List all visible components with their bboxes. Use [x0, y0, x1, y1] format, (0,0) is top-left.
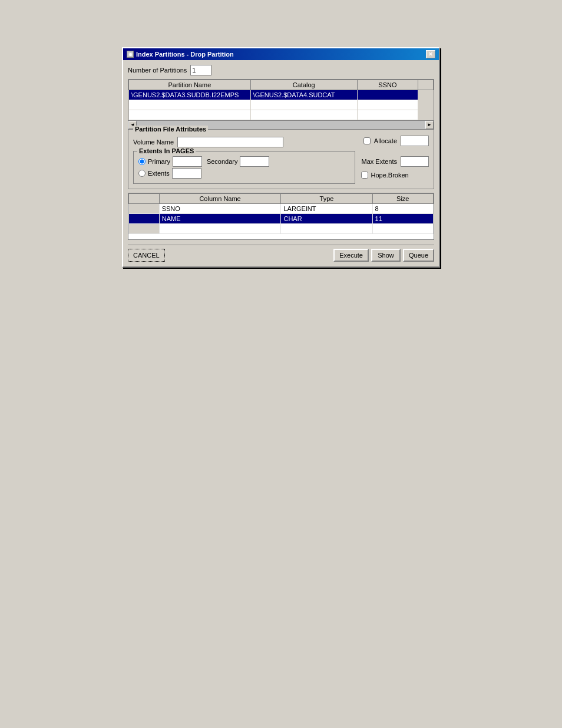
- num-partitions-label: Number of Partitions: [128, 67, 187, 74]
- partition-empty-cat-2: [250, 110, 357, 120]
- extents-input[interactable]: [172, 168, 201, 179]
- partition-empty-name-1: [129, 100, 251, 110]
- primary-radio[interactable]: [138, 158, 146, 165]
- partition-file-attributes-legend: Partition File Attributes: [133, 126, 208, 133]
- partition-ssno-cell: [357, 90, 418, 100]
- column-table-row[interactable]: SSNO LARGEINT 8: [129, 204, 434, 214]
- primary-input[interactable]: [173, 156, 202, 167]
- col-empty-ind-1: [129, 224, 160, 234]
- hope-broken-row: Hope.Broken: [361, 172, 429, 179]
- partition-empty-row-2: [129, 110, 434, 120]
- partition-file-attributes-group: Partition File Attributes Volume Name Al…: [128, 129, 434, 189]
- title-bar: ⊞ Index Partitions - Drop Partition ✕: [123, 48, 439, 60]
- column-table: Column Name Type Size SSNO LARGEINT 8 NA: [128, 193, 434, 234]
- partition-empty-cat-1: [250, 100, 357, 110]
- column-table-row-selected[interactable]: NAME CHAR 11: [129, 214, 434, 224]
- col-size-name: 11: [372, 214, 433, 224]
- title-bar-content: ⊞ Index Partitions - Drop Partition: [127, 51, 234, 58]
- max-extents-row: Max Extents: [361, 156, 429, 167]
- partition-catalog-cell: \GENUS2.$DATA4.SUDCAT: [250, 90, 357, 100]
- partition-col-name-header: Partition Name: [129, 80, 251, 90]
- window-body: Number of Partitions Partition Name Cata…: [123, 60, 439, 266]
- col-indicator-1: [129, 204, 160, 214]
- execute-button[interactable]: Execute: [333, 249, 369, 262]
- col-empty-type-1: [281, 224, 372, 234]
- secondary-input[interactable]: [240, 156, 269, 167]
- queue-button[interactable]: Queue: [403, 249, 434, 262]
- partition-empty-ssno-2: [357, 110, 418, 120]
- hope-broken-label: Hope.Broken: [371, 172, 408, 179]
- divider: [128, 245, 434, 245]
- col-name-header: Column Name: [159, 194, 281, 204]
- partition-table-container: Partition Name Catalog SSNO \GENUS2.$DAT…: [128, 79, 434, 129]
- col-indicator-header: [129, 194, 160, 204]
- column-table-container: Column Name Type Size SSNO LARGEINT 8 NA: [128, 193, 434, 240]
- num-partitions-input[interactable]: [190, 65, 211, 75]
- primary-label: Primary: [148, 158, 170, 165]
- col-type-name: CHAR: [281, 214, 372, 224]
- secondary-label: Secondary: [207, 158, 238, 165]
- close-button[interactable]: ✕: [426, 50, 435, 58]
- partition-table: Partition Name Catalog SSNO \GENUS2.$DAT…: [128, 80, 434, 120]
- extents-content: Primary Secondary Extents: [138, 154, 350, 179]
- partition-empty-ssno-1: [357, 100, 418, 110]
- col-empty-name-1: [159, 224, 281, 234]
- main-window: ⊞ Index Partitions - Drop Partition ✕ Nu…: [122, 47, 440, 268]
- col-name-ssno: SSNO: [159, 204, 281, 214]
- extents-radio[interactable]: [138, 170, 146, 177]
- col-size-header: Size: [372, 194, 433, 204]
- max-extents-input[interactable]: [401, 156, 429, 167]
- partition-empty-scroll-2: [418, 110, 434, 120]
- partition-col-scroll-header: [418, 80, 434, 90]
- partition-empty-row-1: [129, 100, 434, 110]
- col-indicator-2: [129, 214, 160, 224]
- extents-legend: Extents In PAGES: [137, 147, 196, 154]
- allocate-checkbox[interactable]: [363, 137, 371, 144]
- volume-name-label: Volume Name: [133, 139, 174, 146]
- partition-file-attributes-content: Volume Name Allocate Extents In PAG: [133, 133, 429, 184]
- extents-label: Extents: [148, 170, 170, 177]
- partition-name-cell: \GENUS2.$DATA3.SUDDB.I22EMPS: [129, 90, 251, 100]
- column-empty-row-1: [129, 224, 434, 234]
- extents-group: Extents In PAGES Primary Secondary: [133, 151, 355, 184]
- button-row: CANCEL Execute Show Queue: [128, 249, 434, 262]
- right-attributes: Max Extents Hope.Broken: [361, 151, 429, 184]
- hope-broken-checkbox[interactable]: [361, 172, 368, 179]
- window-title: Index Partitions - Drop Partition: [136, 51, 234, 58]
- col-type-ssno: LARGEINT: [281, 204, 372, 214]
- right-buttons: Execute Show Queue: [333, 249, 434, 262]
- partition-scroll-cell: [418, 90, 434, 100]
- scroll-right-arrow[interactable]: ►: [425, 121, 434, 129]
- allocate-input[interactable]: [401, 136, 429, 146]
- partition-table-row[interactable]: \GENUS2.$DATA3.SUDDB.I22EMPS \GENUS2.$DA…: [129, 90, 434, 100]
- partition-col-ssno-header: SSNO: [357, 80, 418, 90]
- max-extents-label: Max Extents: [361, 158, 397, 165]
- col-size-ssno: 8: [372, 204, 433, 214]
- primary-row: Primary Secondary: [138, 156, 350, 167]
- window-icon: ⊞: [127, 51, 134, 58]
- extents-section: Extents In PAGES Primary Secondary: [133, 151, 429, 184]
- col-empty-size-1: [372, 224, 433, 234]
- volume-name-row: Volume Name Allocate: [133, 136, 429, 149]
- partition-empty-name-2: [129, 110, 251, 120]
- partition-empty-scroll-1: [418, 100, 434, 110]
- col-type-header: Type: [281, 194, 372, 204]
- extents-radio-row: Extents: [138, 168, 350, 179]
- num-partitions-row: Number of Partitions: [128, 65, 434, 75]
- volume-name-input[interactable]: [177, 137, 283, 147]
- partition-col-catalog-header: Catalog: [250, 80, 357, 90]
- allocate-row: Allocate: [363, 136, 429, 146]
- show-button[interactable]: Show: [371, 249, 401, 262]
- allocate-label: Allocate: [374, 137, 397, 144]
- col-name-name: NAME: [159, 214, 281, 224]
- cancel-button[interactable]: CANCEL: [128, 249, 165, 262]
- partition-table-wrapper: Partition Name Catalog SSNO \GENUS2.$DAT…: [128, 80, 434, 120]
